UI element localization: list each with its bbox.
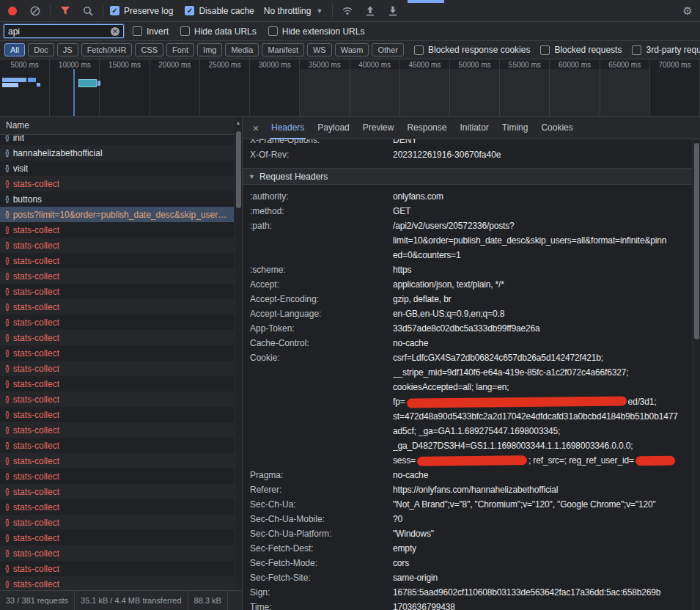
- request-row[interactable]: {}stats-collect: [0, 330, 242, 345]
- close-icon[interactable]: ×: [247, 117, 265, 139]
- request-row[interactable]: {}buttons: [0, 191, 242, 207]
- clear-icon: [29, 5, 41, 17]
- request-name: stats-collect: [13, 533, 59, 543]
- network-conditions-button[interactable]: [339, 3, 355, 19]
- request-row[interactable]: {}stats-collect: [0, 530, 242, 545]
- request-row[interactable]: {}stats-collect: [0, 561, 242, 576]
- filter-chip-manifest[interactable]: Manifest: [262, 43, 304, 56]
- scrollbar-thumb[interactable]: [694, 143, 699, 339]
- request-headers-section-header[interactable]: ▼ Request Headers: [243, 168, 692, 185]
- header-text: ed=0&counters=1: [393, 250, 461, 260]
- request-row[interactable]: {}stats-collect: [0, 253, 242, 268]
- throttling-select[interactable]: No throttling ▼: [261, 6, 326, 16]
- waterfall-time-marker: [73, 69, 75, 117]
- request-row[interactable]: {}stats-collect: [0, 268, 242, 284]
- filter-chip-doc[interactable]: Doc: [28, 43, 54, 56]
- checkbox-box: ✓: [110, 6, 119, 15]
- waterfall-bar: [78, 79, 97, 87]
- name-column-header[interactable]: Name: [0, 117, 242, 135]
- request-row[interactable]: {}stats-collect: [0, 176, 242, 191]
- request-row[interactable]: {}init: [0, 135, 242, 145]
- request-row[interactable]: {}stats-collect: [0, 438, 242, 453]
- gear-icon: ⚙: [682, 5, 692, 16]
- header-value: "Not_A Brand";v="8", "Chromium";v="120",…: [393, 497, 692, 512]
- tab-payload[interactable]: Payload: [311, 117, 355, 139]
- checkbox-invert[interactable]: Invert: [133, 26, 169, 37]
- filter-chip-js[interactable]: JS: [57, 43, 78, 56]
- checkbox-label: Hide data URLs: [194, 26, 257, 37]
- checkbox-3rd-party-requests[interactable]: 3rd-party requests: [632, 45, 700, 55]
- xhr-braces-icon: {}: [5, 426, 9, 434]
- request-row[interactable]: {}hannahelizabethofficial: [0, 145, 242, 161]
- request-row[interactable]: {}stats-collect: [0, 361, 242, 376]
- tab-cookies[interactable]: Cookies: [534, 117, 579, 139]
- filter-chip-ws[interactable]: WS: [307, 43, 332, 56]
- filter-input[interactable]: api ✕: [4, 24, 124, 38]
- filter-chip-font[interactable]: Font: [166, 43, 194, 56]
- request-row[interactable]: {}stats-collect: [0, 468, 242, 484]
- request-row[interactable]: {}stats-collect: [0, 376, 242, 392]
- clear-filter-icon[interactable]: ✕: [111, 27, 119, 36]
- checkbox-hide-extension-urls[interactable]: Hide extension URLs: [268, 26, 365, 37]
- request-row[interactable]: {}stats-collect: [0, 422, 242, 438]
- request-row[interactable]: {}stats-collect: [0, 515, 242, 530]
- header-value-line: cookiesAccepted=all; lang=en;: [393, 380, 692, 394]
- blocked-filter-checkboxes: Blocked response cookiesBlocked requests…: [414, 45, 700, 55]
- filter-chip-media[interactable]: Media: [225, 43, 259, 56]
- header-text: GET: [393, 206, 410, 216]
- tab-timing[interactable]: Timing: [495, 117, 535, 139]
- request-row[interactable]: {}stats-collect: [0, 407, 242, 422]
- tab-preview[interactable]: Preview: [356, 117, 401, 139]
- request-row[interactable]: {}stats-collect: [0, 284, 242, 299]
- header-text: onlyfans.com: [393, 191, 443, 202]
- request-row[interactable]: {}stats-collect: [0, 392, 242, 407]
- request-list-scrollbar[interactable]: ▲: [234, 117, 242, 590]
- filter-chip-fetch-xhr[interactable]: Fetch/XHR: [81, 43, 133, 56]
- export-har-button[interactable]: [385, 3, 401, 19]
- request-row[interactable]: {}visit: [0, 161, 242, 176]
- checkbox-hide-data-urls[interactable]: Hide data URLs: [180, 26, 257, 37]
- search-button[interactable]: [80, 3, 96, 19]
- request-row[interactable]: {}stats-collect: [0, 299, 242, 315]
- filter-toggle-button[interactable]: [57, 3, 73, 19]
- checkbox-preserve-log[interactable]: ✓Preserve log: [110, 6, 173, 16]
- details-scrollbar[interactable]: [692, 139, 700, 610]
- scroll-up-icon[interactable]: ▲: [235, 119, 242, 128]
- request-row[interactable]: {}posts?limit=10&order=publish_date_desc…: [0, 207, 242, 222]
- request-row[interactable]: {}stats-collect: [0, 484, 242, 499]
- request-row[interactable]: {}stats-collect: [0, 238, 242, 253]
- scrollbar-thumb[interactable]: [236, 131, 241, 208]
- request-row[interactable]: {}stats-collect: [0, 545, 242, 561]
- request-row[interactable]: {}stats-collect: [0, 222, 242, 238]
- checkbox-blocked-response-cookies[interactable]: Blocked response cookies: [414, 45, 530, 55]
- settings-button[interactable]: ⚙: [679, 3, 696, 19]
- header-value: DENY: [393, 139, 692, 147]
- header-name: App-Token:: [250, 321, 393, 336]
- filter-chip-other[interactable]: Other: [372, 43, 404, 56]
- checkbox-box: [540, 45, 550, 55]
- filter-chip-img[interactable]: Img: [197, 43, 222, 56]
- request-row[interactable]: {}stats-collect: [0, 576, 242, 590]
- tab-response[interactable]: Response: [400, 117, 453, 139]
- checkbox-blocked-requests[interactable]: Blocked requests: [540, 45, 622, 55]
- network-overview[interactable]: 5000 ms10000 ms15000 ms20000 ms25000 ms3…: [0, 59, 700, 117]
- request-row[interactable]: {}stats-collect: [0, 499, 242, 515]
- record-button[interactable]: [4, 3, 21, 19]
- header-value-line: no-cache: [393, 336, 692, 350]
- tab-initiator[interactable]: Initiator: [453, 117, 495, 139]
- filter-chip-all[interactable]: All: [4, 43, 25, 56]
- import-har-button[interactable]: [362, 3, 378, 19]
- request-name: stats-collect: [13, 225, 59, 235]
- clear-button[interactable]: [27, 3, 43, 19]
- summary-item: 88.3 kB: [188, 591, 228, 610]
- filter-chip-wasm[interactable]: Wasm: [335, 43, 369, 56]
- request-row[interactable]: {}stats-collect: [0, 345, 242, 361]
- header-name: Sec-Ch-Ua-Mobile:: [250, 512, 393, 526]
- request-name: stats-collect: [13, 579, 59, 589]
- header-value-line: application/json, text/plain, */*: [393, 277, 692, 292]
- tab-headers[interactable]: Headers: [265, 117, 311, 139]
- request-row[interactable]: {}stats-collect: [0, 315, 242, 330]
- checkbox-disable-cache[interactable]: ✓Disable cache: [185, 6, 254, 16]
- filter-chip-css[interactable]: CSS: [135, 43, 163, 56]
- request-row[interactable]: {}stats-collect: [0, 453, 242, 468]
